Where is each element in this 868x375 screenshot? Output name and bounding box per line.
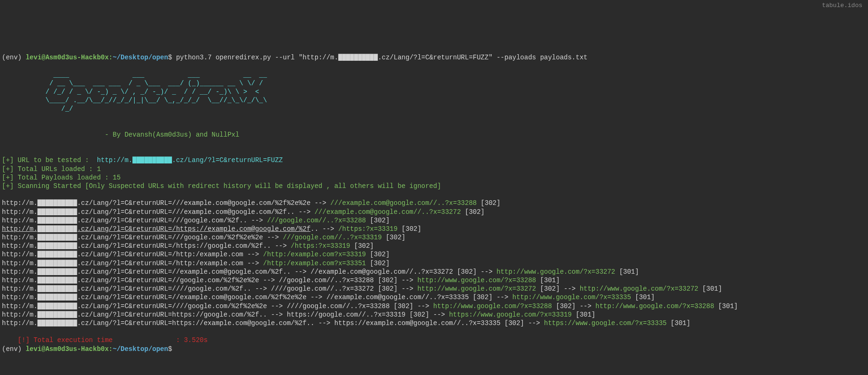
redirect-target: https://google.com//..?x=33319 [302]: [287, 311, 429, 318]
status-code: [301]: [615, 268, 639, 276]
redirect-target: http://www.google.com/?x=33335: [512, 293, 631, 301]
prompt-dollar: $: [168, 54, 176, 61]
redirect-target: http://www.google.com/?x=33272: [417, 285, 536, 293]
execution-time-line: [!] Total execution time : 3.520s: [2, 336, 208, 344]
redirect-arrow-icon: -->: [251, 285, 271, 293]
result-base-url: http://m.██████████.cz/Lang/?l=C&returnU…: [2, 277, 259, 284]
prompt-dollar: $: [168, 345, 172, 353]
redirect-target: http://www.google.com/?x=33288: [417, 277, 536, 284]
ascii-art-logo: ____ ___ ___ __ __ / __ \___ ___ ___ / _…: [2, 71, 267, 113]
user-host: levi@Asm0d3us-Hackb0x: [25, 54, 108, 61]
env-prefix: (env): [2, 345, 25, 353]
result-line: http://m.██████████.cz/Lang/?l=C&returnU…: [2, 199, 866, 207]
result-line: http://m.██████████.cz/Lang/?l=C&returnU…: [2, 319, 866, 327]
result-base-url: http://m.██████████.cz/Lang/?l=C&returnU…: [2, 199, 310, 207]
info-label: Total URLs loaded : 1: [18, 165, 101, 173]
result-line: http://m.██████████.cz/Lang/?l=C&returnU…: [2, 233, 866, 242]
redirect-arrow-icon: -->: [291, 268, 310, 276]
redirect-target: //example.com@google.com//..?x=33335 [30…: [326, 293, 493, 301]
info-prefix: [+]: [2, 182, 18, 190]
env-prefix: (env): [2, 54, 25, 61]
redirect-arrow-icon: -->: [397, 285, 417, 293]
redirect-arrow-icon: -->: [307, 293, 326, 301]
redirect-arrow-icon: -->: [243, 251, 263, 258]
redirect-target: /http:/example.com?x=33351: [263, 260, 366, 267]
colon: :: [109, 54, 113, 61]
info-prefix: [+]: [2, 165, 18, 173]
tested-url: http://m.██████████.cz/Lang/?l=C&returnU…: [97, 156, 283, 164]
redirect-arrow-icon: -->: [429, 311, 449, 318]
redirect-target: https://example.com@google.com//..?x=333…: [334, 319, 524, 327]
result-base-url: http://m.██████████.cz/Lang/?l=C&returnU…: [2, 268, 291, 276]
redirect-arrow-icon: -->: [247, 217, 267, 224]
status-code: [302]: [477, 199, 500, 207]
prompt-line-2: (env) levi@Asm0d3us-Hackb0x:~/Desktop/op…: [2, 345, 172, 353]
redirect-arrow-icon: -->: [477, 268, 496, 276]
redirect-arrow-icon: -->: [315, 319, 334, 327]
redirect-arrow-icon: -->: [267, 302, 287, 310]
redirect-arrow-icon: -->: [263, 234, 283, 241]
redirect-target: ///example.com@google.com//..?x=33288: [330, 199, 477, 207]
info-line-urls-loaded: [+] Total URLs loaded : 1: [2, 165, 101, 173]
result-line: http://m.██████████.cz/Lang/?l=C&returnU…: [2, 259, 866, 268]
status-code: [302]: [382, 234, 406, 241]
redirect-target: http://www.google.com/?x=33272: [496, 268, 615, 276]
status-code: [302]: [366, 217, 389, 224]
status-code: [301]: [666, 319, 690, 327]
redirect-arrow-icon: -->: [318, 225, 338, 233]
info-prefix: [+]: [2, 174, 18, 181]
redirect-arrow-icon: -->: [243, 260, 263, 267]
redirect-target: ////google.com//..?x=33288 [302]: [287, 302, 414, 310]
info-line-scanning: [+] Scanning Started [Only Suspected URL…: [2, 182, 441, 190]
redirect-arrow-icon: -->: [259, 277, 279, 284]
result-base-url: http://m.██████████.cz/Lang/?l=C&returnU…: [2, 234, 263, 241]
status-code: [301]: [631, 293, 655, 301]
status-code: [302]: [552, 302, 576, 310]
context-filename: tabule.idos: [822, 2, 862, 10]
result-line: http://m.██████████.cz/Lang/?l=C&returnU…: [2, 302, 866, 310]
result-line: http://m.██████████.cz/Lang/?l=C&returnU…: [2, 225, 866, 233]
info-prefix: [+]: [2, 156, 18, 164]
redirect-arrow-icon: -->: [493, 293, 512, 301]
status-code: [302]: [397, 225, 421, 233]
info-label: Total Payloads loaded : 15: [18, 174, 121, 181]
status-code: [301]: [536, 277, 560, 284]
result-base-url: http://m.██████████.cz/Lang/?l=C&returnU…: [2, 311, 267, 318]
redirect-target: ///example.com@google.com//..?x=33272: [315, 208, 461, 216]
redirect-target: //example.com@google.com//..?x=33272 [30…: [310, 268, 477, 276]
info-line-url: [+] URL to be tested : http://m.████████…: [2, 156, 283, 164]
exec-time-value: 3.520s: [184, 336, 207, 344]
redirect-arrow-icon: -->: [414, 302, 433, 310]
terminal-output[interactable]: (env) levi@Asm0d3us-Hackb0x:~/Desktop/op…: [2, 53, 866, 353]
redirect-target: http://www.google.com/?x=33288: [595, 302, 714, 310]
result-base-url: http://m.██████████.cz/Lang/?l=C&returnU…: [2, 302, 267, 310]
result-line: http://m.██████████.cz/Lang/?l=C&returnU…: [2, 216, 866, 225]
redirect-target: https://www.google.com/?x=33319: [449, 311, 571, 318]
result-base-url: http://m.██████████.cz/Lang/?l=C&returnU…: [2, 293, 307, 301]
redirect-target: /http:/example.com?x=33319: [263, 251, 366, 258]
status-code: [302]: [366, 251, 389, 258]
info-label: URL to be tested :: [18, 156, 97, 164]
redirect-arrow-icon: -->: [524, 319, 544, 327]
redirect-arrow-icon: -->: [560, 285, 580, 293]
status-code: [301]: [714, 302, 738, 310]
user-host: levi@Asm0d3us-Hackb0x: [25, 345, 108, 353]
redirect-arrow-icon: -->: [271, 242, 291, 250]
authors-line: - By Devansh(Asm0d3us) and NullPxl: [2, 131, 239, 139]
info-label: Scanning Started [Only Suspected URLs wi…: [18, 182, 441, 190]
redirect-target: https://www.google.com/?x=33335: [544, 319, 666, 327]
command-text: python3.7 openredirex.py --url "http://m…: [176, 54, 588, 61]
redirect-target: ///google.com//..?x=33319: [283, 234, 382, 241]
redirect-arrow-icon: -->: [397, 277, 417, 284]
info-line-payloads: [+] Total Payloads loaded : 15: [2, 174, 121, 181]
result-line: http://m.██████████.cz/Lang/?l=C&returnU…: [2, 242, 866, 250]
result-line: http://m.██████████.cz/Lang/?l=C&returnU…: [2, 250, 866, 259]
status-code: [302]: [366, 260, 389, 267]
redirect-target: ///google.com//..?x=33288: [267, 217, 366, 224]
result-base-suffix: ..: [310, 225, 318, 233]
status-code: [302]: [461, 208, 485, 216]
result-line: http://m.██████████.cz/Lang/?l=C&returnU…: [2, 293, 866, 302]
status-code: [302]: [350, 242, 373, 250]
result-base-url: http://m.██████████.cz/Lang/?l=C&returnU…: [2, 251, 243, 258]
result-base-url: http://m.██████████.cz/Lang/?l=C&returnU…: [2, 225, 310, 233]
